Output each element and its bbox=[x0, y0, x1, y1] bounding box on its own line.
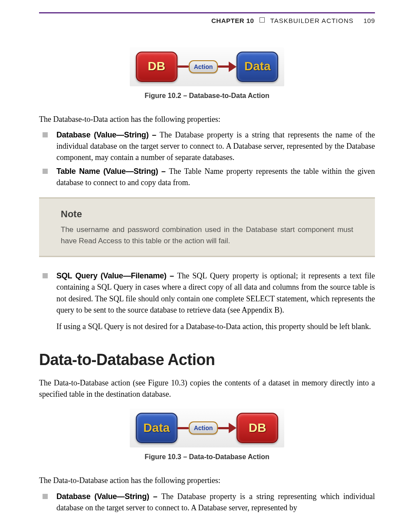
property-extra-paragraph: If using a SQL Query is not desired for … bbox=[56, 321, 375, 332]
arrow-line-icon bbox=[177, 427, 189, 429]
header-rule bbox=[39, 12, 375, 13]
property-label: SQL Query (Value—Filename) – bbox=[56, 271, 177, 280]
running-header: CHAPTER 10 TASKBUILDER ACTIONS 109 bbox=[39, 16, 375, 26]
figure-10-2-caption: Figure 10.2 – Database-to-Data Action bbox=[39, 91, 375, 101]
figure-10-2: DB Action Data bbox=[39, 47, 375, 86]
property-label: Database (Value—String) – bbox=[56, 492, 161, 501]
property-list-3: Database (Value—String) – The Database p… bbox=[39, 491, 375, 513]
data-to-db-diagram: Data Action DB bbox=[130, 408, 285, 447]
list-item: Database (Value—String) – The Database p… bbox=[39, 129, 375, 163]
arrow-line-icon bbox=[218, 65, 229, 68]
property-list-1: Database (Value—String) – The Database p… bbox=[39, 129, 375, 188]
list-item: Database (Value—String) – The Database p… bbox=[39, 491, 375, 513]
arrow-line-icon bbox=[177, 65, 189, 68]
list-item: SQL Query (Value—Filename) – The SQL Que… bbox=[39, 270, 375, 332]
action-pill: Action bbox=[189, 60, 218, 73]
data-block: Data bbox=[136, 413, 177, 443]
note-title: Note bbox=[61, 207, 353, 221]
arrow-head-icon bbox=[229, 423, 237, 433]
figure-10-3: Data Action DB bbox=[39, 408, 375, 447]
section-intro: The Data-to-Database action (see Figure … bbox=[39, 377, 375, 400]
list-item: Table Name (Value—String) – The Table Na… bbox=[39, 166, 375, 188]
db-block: DB bbox=[237, 413, 278, 443]
action-pill: Action bbox=[189, 421, 218, 434]
db-to-data-diagram: DB Action Data bbox=[130, 47, 285, 86]
section-heading: Data-to-Database Action bbox=[39, 349, 375, 371]
intro-paragraph-2: The Data-to-Database action has the foll… bbox=[39, 475, 375, 486]
chapter-label: CHAPTER 10 bbox=[211, 17, 254, 24]
header-separator-icon bbox=[260, 17, 265, 23]
page-number: 109 bbox=[363, 17, 375, 24]
arrow-left-segment bbox=[177, 427, 189, 429]
arrow-right-segment bbox=[218, 62, 237, 72]
db-block: DB bbox=[136, 52, 177, 82]
property-list-2: SQL Query (Value—Filename) – The SQL Que… bbox=[39, 270, 375, 332]
data-block: Data bbox=[237, 52, 278, 82]
note-body: The username and password combination us… bbox=[61, 224, 353, 246]
arrow-head-icon bbox=[229, 62, 237, 72]
note-box: Note The username and password combinati… bbox=[39, 197, 375, 258]
figure-10-3-caption: Figure 10.3 – Data-to-Database Action bbox=[39, 452, 375, 462]
intro-paragraph-1: The Database-to-Data action has the foll… bbox=[39, 114, 375, 125]
page: CHAPTER 10 TASKBUILDER ACTIONS 109 DB Ac… bbox=[0, 0, 414, 532]
property-label: Table Name (Value—String) – bbox=[56, 167, 169, 176]
arrow-line-icon bbox=[218, 427, 229, 429]
property-label: Database (Value—String) – bbox=[56, 131, 160, 139]
chapter-title: TASKBUILDER ACTIONS bbox=[270, 17, 354, 24]
arrow-left-segment bbox=[177, 65, 189, 68]
arrow-right-segment bbox=[218, 423, 237, 433]
